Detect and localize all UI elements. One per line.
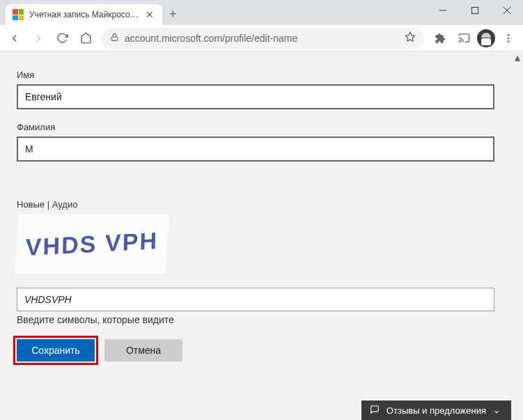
tab-title: Учетная запись Майкрософт | В <box>29 10 139 20</box>
browser-tab[interactable]: Учетная запись Майкрософт | В ✕ <box>6 4 162 25</box>
feedback-icon <box>370 405 380 417</box>
captcha-image: VHDS VPH <box>15 214 169 274</box>
extensions-icon[interactable] <box>430 28 451 49</box>
address-bar[interactable]: account.microsoft.com/profile/edit-name <box>102 28 424 49</box>
cancel-button[interactable]: Отмена <box>104 339 182 361</box>
home-button[interactable] <box>75 28 96 49</box>
svg-marker-5 <box>405 32 414 41</box>
svg-point-7 <box>508 34 510 36</box>
svg-rect-4 <box>111 36 118 40</box>
window-controls <box>427 0 523 21</box>
cast-icon[interactable] <box>453 28 474 49</box>
url-text: account.microsoft.com/profile/edit-name <box>125 33 399 44</box>
last-name-input[interactable] <box>17 137 494 162</box>
page-viewport: Имя Фамилия Новые | Аудио VHDS VPH Введи… <box>0 52 523 420</box>
svg-point-6 <box>459 42 460 42</box>
captcha-input[interactable] <box>17 288 494 311</box>
maximize-button[interactable] <box>459 0 491 21</box>
last-name-label: Фамилия <box>17 122 494 132</box>
feedback-label: Отзывы и предложения <box>387 405 486 416</box>
back-button[interactable] <box>4 28 25 49</box>
vertical-scrollbar[interactable]: ▴ <box>511 52 523 420</box>
first-name-input[interactable] <box>17 84 494 109</box>
chevron-down-icon: ⌄ <box>493 405 500 415</box>
edit-name-form: Имя Фамилия Новые | Аудио VHDS VPH Введи… <box>0 52 511 420</box>
first-name-label: Имя <box>17 70 494 80</box>
svg-point-8 <box>508 37 510 39</box>
save-button[interactable]: Сохранить <box>17 339 95 361</box>
svg-rect-1 <box>472 8 478 14</box>
browser-toolbar: account.microsoft.com/profile/edit-name <box>0 25 523 52</box>
captcha-hint: Введите символы, которые видите <box>17 314 494 325</box>
captcha-options[interactable]: Новые | Аудио <box>17 199 494 210</box>
feedback-bar[interactable]: Отзывы и предложения ⌄ <box>361 400 511 420</box>
close-tab-icon[interactable]: ✕ <box>144 9 155 20</box>
reload-button[interactable] <box>52 28 72 49</box>
bookmark-star-icon[interactable] <box>405 31 416 45</box>
profile-avatar[interactable] <box>477 29 495 47</box>
form-actions: Сохранить Отмена <box>17 339 494 361</box>
lock-icon <box>110 32 119 45</box>
forward-button[interactable] <box>28 28 49 49</box>
minimize-button[interactable] <box>427 0 459 21</box>
scroll-up-arrow[interactable]: ▴ <box>511 52 523 63</box>
window-titlebar: Учетная запись Майкрософт | В ✕ + <box>0 0 523 25</box>
microsoft-icon <box>13 9 24 20</box>
close-window-button[interactable] <box>491 0 523 21</box>
new-tab-button[interactable]: + <box>169 7 177 22</box>
svg-point-9 <box>508 40 510 42</box>
menu-icon[interactable] <box>498 28 519 49</box>
